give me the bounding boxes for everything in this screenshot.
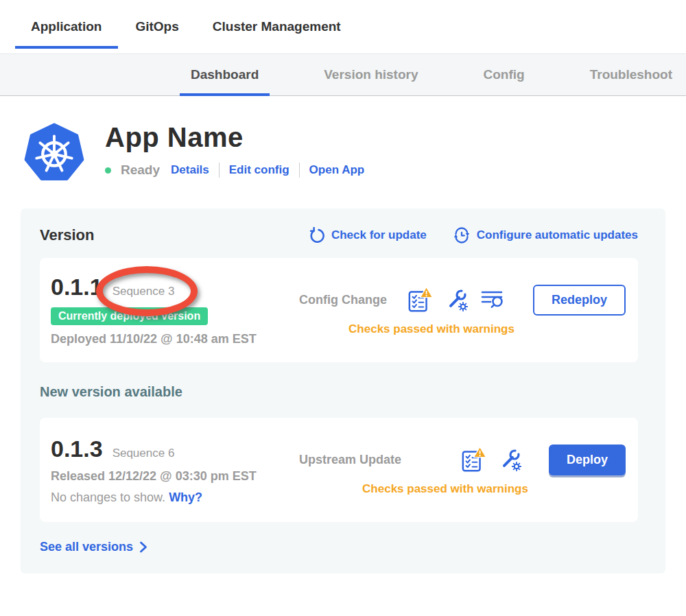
currently-deployed-badge: Currently deployed version — [51, 307, 208, 325]
tab-version-history[interactable]: Version history — [324, 54, 418, 95]
redeploy-button[interactable]: Redeploy — [533, 285, 626, 316]
released-timestamp: Released 12/12/22 @ 03:30 pm EST — [51, 469, 279, 484]
configure-automatic-updates-link[interactable]: Configure automatic updates — [453, 226, 638, 244]
app-status: Ready — [121, 163, 160, 178]
deploy-button[interactable]: Deploy — [549, 445, 626, 475]
tab-cluster-management[interactable]: Cluster Management — [213, 0, 341, 54]
current-version-card: 0.1.1 Sequence 3 Currently deployed vers… — [40, 258, 638, 362]
page-title: App Name — [105, 122, 364, 153]
open-app-link[interactable]: Open App — [309, 163, 365, 177]
preflight-checks-icon[interactable] — [461, 446, 487, 473]
refresh-icon — [308, 227, 325, 244]
diff-why-link[interactable]: Why? — [169, 490, 202, 504]
view-diff-icon[interactable] — [480, 289, 506, 310]
divider — [299, 163, 300, 178]
status-dot-icon — [105, 167, 111, 174]
preflight-status-text: Checks passed with warnings — [279, 482, 626, 496]
source-type-label: Config Change — [299, 293, 387, 307]
edit-config-wrench-icon[interactable] — [499, 447, 522, 472]
tab-dashboard[interactable]: Dashboard — [191, 54, 259, 95]
deployed-timestamp: Deployed 11/10/22 @ 10:48 am EST — [51, 332, 279, 346]
check-for-update-link[interactable]: Check for update — [308, 227, 427, 244]
diff-summary-text: No changes to show. — [51, 490, 165, 504]
edit-config-wrench-icon[interactable] — [445, 287, 469, 312]
app-header: App Name Ready Details Edit config Open … — [24, 122, 686, 184]
available-version-number: 0.1.3 — [51, 436, 103, 462]
tab-troubleshoot[interactable]: Troubleshoot — [590, 54, 672, 95]
details-link[interactable]: Details — [171, 163, 209, 177]
auto-update-clock-icon — [453, 226, 471, 244]
chevron-right-icon — [139, 541, 147, 553]
source-type-label: Upstream Update — [299, 453, 401, 467]
current-version-number: 0.1.1 — [51, 274, 103, 300]
current-version-sequence: Sequence 3 — [113, 285, 175, 298]
version-heading: Version — [40, 226, 94, 244]
available-version-sequence: Sequence 6 — [113, 447, 175, 460]
app-sub-navigation: Dashboard Version history Config Trouble… — [0, 54, 686, 96]
preflight-status-text: Checks passed with warnings — [279, 322, 626, 336]
tab-gitops[interactable]: GitOps — [135, 0, 178, 54]
see-all-versions-link[interactable]: See all versions — [40, 540, 638, 554]
edit-config-link[interactable]: Edit config — [229, 163, 289, 177]
top-navigation: Application GitOps Cluster Management — [0, 0, 686, 54]
version-panel: Version Check for update Configure autom… — [21, 209, 665, 573]
tab-application[interactable]: Application — [31, 0, 102, 54]
kubernetes-logo-icon — [24, 122, 84, 184]
divider — [219, 163, 220, 178]
available-version-card: 0.1.3 Sequence 6 Released 12/12/22 @ 03:… — [40, 418, 638, 522]
preflight-checks-icon[interactable] — [407, 286, 434, 313]
new-version-heading: New version available — [40, 384, 638, 400]
tab-config[interactable]: Config — [484, 54, 525, 95]
